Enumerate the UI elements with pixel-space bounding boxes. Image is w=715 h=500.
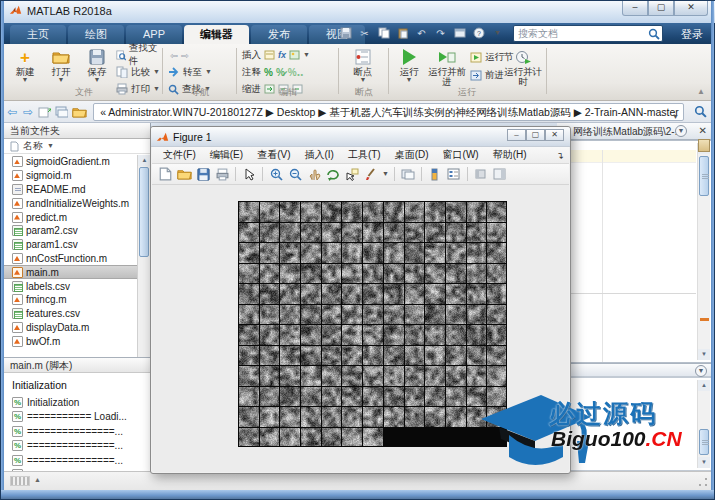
file-row[interactable]: bwOf.m bbox=[4, 334, 138, 348]
file-row[interactable]: predict.m bbox=[4, 210, 138, 224]
link-plots-icon[interactable] bbox=[400, 166, 416, 182]
run-button[interactable]: 运行▼ bbox=[392, 47, 426, 83]
preview-section-row[interactable]: % ===============... bbox=[4, 453, 150, 468]
back-arrow-icon[interactable]: ⇦ bbox=[7, 105, 17, 119]
ribbon-tab[interactable]: 主页 bbox=[10, 25, 66, 44]
editor-scrollbar-thumb[interactable] bbox=[699, 156, 709, 196]
figure-menu-item[interactable]: 文件(F) bbox=[156, 148, 203, 162]
up-one-level-icon[interactable] bbox=[38, 106, 51, 118]
lower-panel-menu-icon[interactable]: ▼ bbox=[695, 365, 707, 377]
file-row[interactable]: labels.csv bbox=[4, 279, 138, 293]
editor-tab-title[interactable]: 网络训练Matlab源码\2-... bbox=[573, 125, 683, 139]
run-time-button[interactable]: 运行并计时 bbox=[504, 47, 542, 87]
breadcrumb[interactable]: « Administrator.WIN7U-20180127Z ▶ Deskto… bbox=[93, 103, 684, 121]
file-list-scrollbar[interactable]: ▲ ▼ bbox=[137, 155, 150, 378]
name-column-header[interactable]: 名称▼ bbox=[4, 139, 150, 154]
file-row[interactable]: sigmoid.m bbox=[4, 169, 138, 183]
ribbon-tab[interactable]: 绘图 bbox=[68, 25, 124, 44]
details-toggle-icon[interactable] bbox=[10, 476, 30, 486]
file-row[interactable]: nnCostFunction.m bbox=[4, 252, 138, 266]
details-toggle-caret-icon[interactable]: ▲ bbox=[34, 476, 41, 483]
data-cursor-icon[interactable] bbox=[344, 166, 360, 182]
insert-colorbar-icon[interactable] bbox=[427, 166, 443, 182]
go-to-button[interactable]: 转至▼ bbox=[168, 65, 212, 79]
resize-grip[interactable] bbox=[697, 476, 709, 488]
preview-section-row[interactable]: % =========== Loadi... bbox=[4, 410, 150, 425]
editor-scrollbar[interactable]: ▲ ▼ bbox=[697, 143, 710, 360]
editor-scroll-down-icon[interactable]: ▼ bbox=[698, 349, 710, 360]
find-files-button[interactable]: 查找文件 bbox=[116, 48, 160, 62]
hide-plot-tools-icon[interactable] bbox=[473, 166, 489, 182]
save-button[interactable]: 保存▼ bbox=[80, 47, 114, 83]
file-row[interactable]: fmincg.m bbox=[4, 293, 138, 307]
scrollbar-thumb[interactable] bbox=[139, 167, 149, 257]
title-bar[interactable]: MATLAB R2018a – ▢ ✕ bbox=[1, 1, 715, 23]
search-icon[interactable] bbox=[648, 28, 660, 40]
folder-search-icon[interactable] bbox=[694, 105, 707, 118]
new-button[interactable]: +新建▼ bbox=[8, 47, 42, 83]
figure-close-button[interactable]: ✕ bbox=[545, 129, 564, 141]
file-row[interactable]: features.csv bbox=[4, 307, 138, 321]
figure-title-bar[interactable]: Figure 1 – ▢ ✕ bbox=[151, 127, 570, 147]
file-row[interactable]: displayData.m bbox=[4, 321, 138, 335]
file-row[interactable]: param2.csv bbox=[4, 224, 138, 238]
current-folder-title[interactable]: 当前文件夹 bbox=[4, 123, 150, 139]
open-file-icon[interactable] bbox=[176, 166, 192, 182]
print-figure-icon[interactable] bbox=[214, 166, 230, 182]
copy-icon[interactable] bbox=[376, 26, 391, 40]
figure-minimize-button[interactable]: – bbox=[507, 129, 526, 141]
figure-menu-item[interactable]: 桌面(D) bbox=[388, 148, 436, 162]
compare-button[interactable]: 比较▼ bbox=[116, 65, 160, 79]
show-plot-tools-icon[interactable] bbox=[492, 166, 508, 182]
figure-menu-item[interactable]: 工具(T) bbox=[341, 148, 388, 162]
figure-maximize-button[interactable]: ▢ bbox=[526, 129, 545, 141]
editor-body[interactable]: ▲ ▼ bbox=[557, 140, 713, 363]
comment-icon[interactable]: % bbox=[264, 67, 273, 78]
back-icon[interactable]: ⇦ bbox=[170, 50, 178, 61]
browse-folder-icon[interactable] bbox=[55, 106, 68, 118]
breadcrumb-dropdown-icon[interactable]: ▼ bbox=[672, 109, 679, 121]
new-figure-icon[interactable] bbox=[157, 166, 173, 182]
file-row[interactable]: param1.csv bbox=[4, 238, 138, 252]
doc-search-box[interactable] bbox=[513, 25, 663, 42]
maximize-button[interactable]: ▢ bbox=[648, 1, 674, 16]
ribbon-tab[interactable]: 编辑器 bbox=[184, 25, 249, 44]
file-row[interactable]: README.md bbox=[4, 183, 138, 197]
ribbon-tab[interactable]: 发布 bbox=[251, 25, 307, 44]
figure-menu-item[interactable]: 窗口(W) bbox=[436, 148, 486, 162]
advance-button[interactable]: 前进 bbox=[470, 68, 504, 82]
zoom-out-icon[interactable] bbox=[287, 166, 303, 182]
undo-icon[interactable]: ↶ bbox=[414, 26, 429, 40]
close-button[interactable]: ✕ bbox=[674, 1, 708, 16]
save-figure-icon[interactable] bbox=[195, 166, 211, 182]
preview-section-row[interactable]: % ===============... bbox=[4, 439, 150, 454]
help-icon[interactable]: ? bbox=[471, 26, 486, 40]
forward-icon[interactable]: ⇨ bbox=[181, 50, 189, 61]
file-row[interactable]: sigmoidGradient.m bbox=[4, 155, 138, 169]
cut-icon[interactable]: ✂ bbox=[357, 26, 372, 40]
ribbon-collapse-icon[interactable]: ▲ bbox=[697, 87, 705, 96]
brush-icon[interactable] bbox=[363, 166, 379, 182]
open-button[interactable]: 打开▼ bbox=[44, 47, 78, 83]
zoom-in-icon[interactable] bbox=[268, 166, 284, 182]
save-icon[interactable] bbox=[338, 26, 353, 40]
switch-window-icon[interactable] bbox=[452, 26, 467, 40]
insert-fx-icon[interactable]: fx bbox=[278, 50, 286, 60]
quickbar-dropdown-icon[interactable]: ▼ bbox=[490, 26, 505, 40]
uncomment-icon[interactable]: %̷ bbox=[276, 67, 285, 78]
preview-section-row[interactable]: % Initialization bbox=[4, 395, 150, 410]
rotate-3d-icon[interactable] bbox=[325, 166, 341, 182]
insert-legend-icon[interactable] bbox=[446, 166, 462, 182]
sign-in-link[interactable]: 登录 bbox=[681, 27, 703, 42]
editor-close-icon[interactable]: ✕ bbox=[699, 125, 707, 136]
breakpoints-button[interactable]: 断点▼ bbox=[346, 47, 380, 83]
file-row[interactable]: randInitializeWeights.m bbox=[4, 196, 138, 210]
wrap-comment-icon[interactable]: %‥ bbox=[288, 67, 304, 78]
run-advance-button[interactable]: 运行并前进 bbox=[428, 47, 466, 87]
insert-section-icon[interactable] bbox=[264, 50, 275, 60]
file-row[interactable]: main.m bbox=[4, 265, 138, 279]
figure-menu-item[interactable]: 插入(I) bbox=[297, 148, 340, 162]
figure-menu-item[interactable]: 查看(V) bbox=[250, 148, 297, 162]
redo-icon[interactable]: ↷ bbox=[433, 26, 448, 40]
edit-plot-cursor-icon[interactable] bbox=[241, 166, 257, 182]
